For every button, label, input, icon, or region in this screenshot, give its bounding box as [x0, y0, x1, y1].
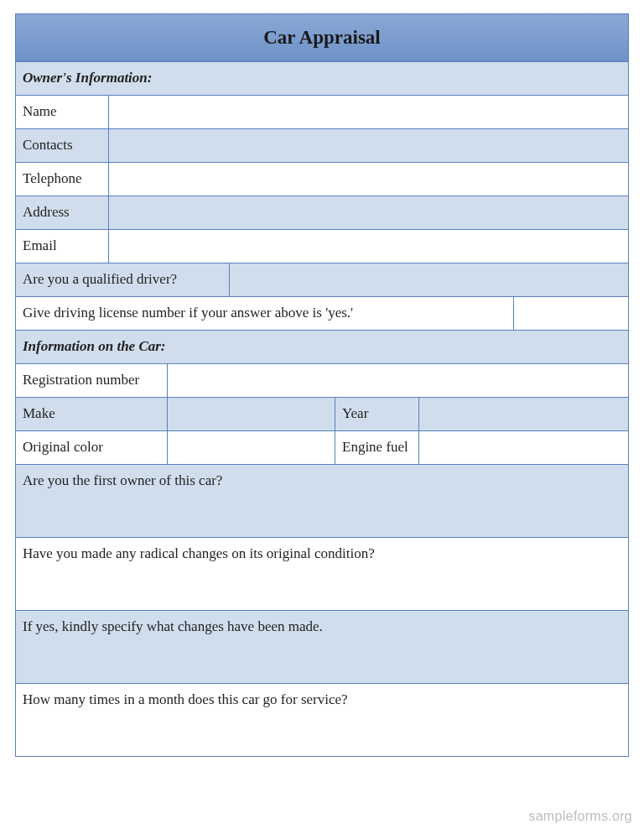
contacts-field[interactable] [108, 129, 628, 162]
address-field[interactable] [108, 196, 628, 229]
email-field[interactable] [108, 230, 628, 263]
color-label: Original color [16, 431, 167, 464]
contacts-label: Contacts [16, 129, 108, 162]
color-field[interactable] [167, 431, 335, 464]
owner-section-heading-row: Owner's Information: [16, 61, 628, 95]
service-frequency-row: How many times in a month does this car … [16, 683, 628, 756]
email-row: Email [16, 229, 628, 263]
license-row: Give driving license number if your answ… [16, 296, 628, 330]
watermark: sampleforms.org [528, 809, 632, 824]
telephone-field[interactable] [108, 163, 628, 196]
make-label: Make [16, 398, 167, 430]
car-section-heading: Information on the Car: [16, 331, 628, 363]
make-field[interactable] [167, 398, 335, 430]
qualified-driver-row: Are you a qualified driver? [16, 263, 628, 296]
qualified-driver-field[interactable] [229, 263, 628, 296]
license-label: Give driving license number if your answ… [16, 297, 513, 330]
car-section-heading-row: Information on the Car: [16, 330, 628, 363]
contacts-row: Contacts [16, 128, 628, 162]
specify-changes-question[interactable]: If yes, kindly specify what changes have… [16, 611, 628, 683]
radical-changes-question[interactable]: Have you made any radical changes on its… [16, 538, 628, 610]
fuel-label: Engine fuel [335, 431, 418, 464]
telephone-row: Telephone [16, 162, 628, 196]
make-year-row: Make Year [16, 397, 628, 430]
registration-field[interactable] [167, 364, 628, 397]
form-title: Car Appraisal [16, 19, 628, 57]
fuel-field[interactable] [418, 431, 628, 464]
car-appraisal-form: Car Appraisal Owner's Information: Name … [15, 13, 629, 757]
name-field[interactable] [108, 96, 628, 128]
owner-section-heading: Owner's Information: [16, 62, 628, 95]
year-label: Year [335, 398, 418, 430]
address-row: Address [16, 196, 628, 229]
color-fuel-row: Original color Engine fuel [16, 430, 628, 464]
form-header-row: Car Appraisal [16, 14, 628, 61]
email-label: Email [16, 230, 108, 263]
specify-changes-row: If yes, kindly specify what changes have… [16, 610, 628, 683]
year-field[interactable] [418, 398, 628, 430]
license-field[interactable] [513, 297, 628, 330]
qualified-driver-label: Are you a qualified driver? [16, 263, 229, 296]
first-owner-question[interactable]: Are you the first owner of this car? [16, 465, 628, 537]
registration-label: Registration number [16, 364, 167, 397]
telephone-label: Telephone [16, 163, 108, 196]
name-label: Name [16, 96, 108, 128]
name-row: Name [16, 95, 628, 128]
registration-row: Registration number [16, 363, 628, 397]
address-label: Address [16, 196, 108, 229]
first-owner-row: Are you the first owner of this car? [16, 464, 628, 537]
radical-changes-row: Have you made any radical changes on its… [16, 537, 628, 610]
service-frequency-question[interactable]: How many times in a month does this car … [16, 684, 628, 756]
